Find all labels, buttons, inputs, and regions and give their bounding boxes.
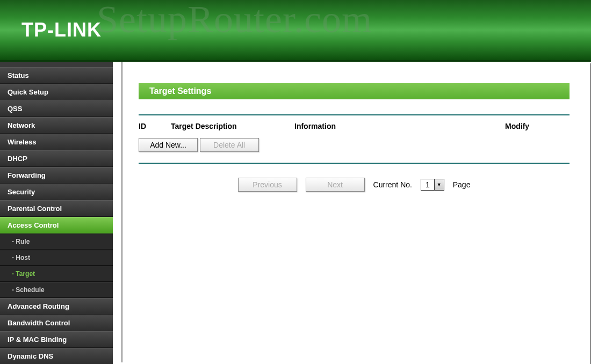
page-number-value: 1	[421, 180, 434, 189]
sidebar-item-network[interactable]: Network	[0, 117, 113, 134]
action-button-row: Add New... Delete All	[139, 138, 570, 152]
column-header-description: Target Description	[171, 122, 294, 130]
sidebar-item-quick-setup[interactable]: Quick Setup	[0, 84, 113, 100]
column-header-information: Information	[294, 122, 505, 130]
sidebar-nav: Status Quick Setup QSS Network Wireless …	[0, 62, 113, 362]
sidebar-item-parental-control[interactable]: Parental Control	[0, 200, 113, 217]
dropdown-arrow-icon: ▼	[434, 179, 444, 190]
sidebar-item-bandwidth-control[interactable]: Bandwidth Control	[0, 315, 113, 331]
content-divider	[113, 62, 122, 362]
delete-all-button[interactable]: Delete All	[200, 138, 259, 152]
sidebar-sub-host[interactable]: - Host	[0, 250, 113, 266]
current-no-label: Current No.	[373, 180, 412, 189]
sidebar-item-status[interactable]: Status	[0, 67, 113, 84]
page-number-select[interactable]: 1 ▼	[421, 179, 444, 191]
sidebar-item-dhcp[interactable]: DHCP	[0, 150, 113, 167]
sidebar-item-forwarding[interactable]: Forwarding	[0, 167, 113, 184]
sidebar-item-qss[interactable]: QSS	[0, 100, 113, 117]
divider-bottom	[139, 163, 570, 164]
sidebar-item-dynamic-dns[interactable]: Dynamic DNS	[0, 348, 113, 364]
sidebar-item-wireless[interactable]: Wireless	[0, 134, 113, 150]
watermark-text: SetupRouter.com	[97, 0, 372, 42]
sidebar-sub-target[interactable]: - Target	[0, 266, 113, 282]
sidebar-item-access-control[interactable]: Access Control	[0, 217, 113, 234]
column-header-id: ID	[139, 122, 171, 130]
sidebar-item-advanced-routing[interactable]: Advanced Routing	[0, 298, 113, 315]
sidebar-sub-rule[interactable]: - Rule	[0, 234, 113, 250]
divider-top	[139, 114, 570, 115]
brand-logo: TP-LINK	[21, 19, 102, 41]
pagination-controls: Previous Next Current No. 1 ▼ Page	[139, 170, 570, 199]
page-label: Page	[453, 180, 471, 189]
column-header-modify: Modify	[505, 122, 570, 130]
sidebar-item-ip-mac-binding[interactable]: IP & MAC Binding	[0, 331, 113, 348]
page-title: Target Settings	[139, 83, 570, 99]
table-header-row: ID Target Description Information Modify	[139, 122, 570, 130]
header-banner: TP-LINK SetupRouter.com	[0, 0, 591, 62]
add-new-button[interactable]: Add New...	[139, 138, 198, 152]
previous-button[interactable]: Previous	[238, 178, 297, 192]
sidebar-item-security[interactable]: Security	[0, 184, 113, 200]
main-content: Target Settings ID Target Description In…	[122, 62, 591, 362]
sidebar-sub-schedule[interactable]: - Schedule	[0, 282, 113, 298]
next-button[interactable]: Next	[306, 178, 365, 192]
